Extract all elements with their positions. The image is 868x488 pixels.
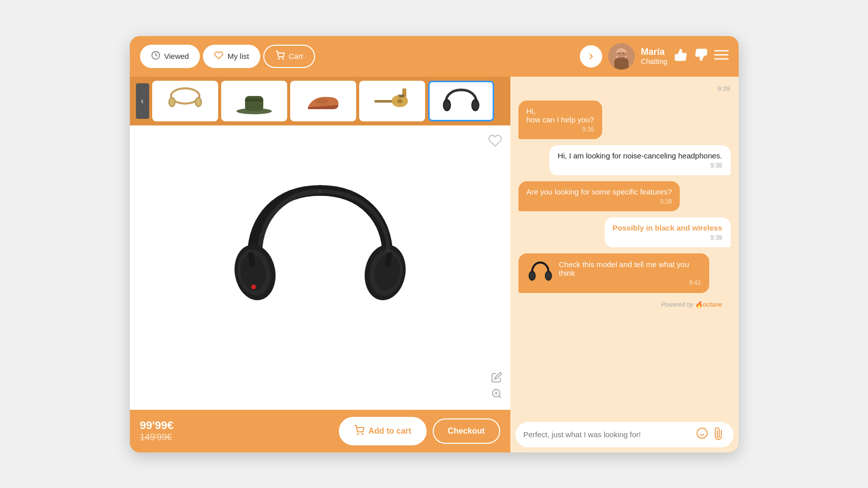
bottom-bar: 99'99€ 149'99€ Add to cart Checkout	[130, 410, 510, 452]
svg-point-53	[546, 272, 551, 279]
cart-icon	[275, 51, 285, 62]
forward-button[interactable]	[580, 45, 602, 68]
product-view	[130, 125, 510, 410]
chat-messages: 9:38 Hi,how can I help you? 9:38 Hi, I a…	[510, 77, 739, 417]
price-current: 99'99€	[140, 419, 333, 432]
message-2-time: 9:38	[558, 162, 722, 169]
thumbnail-prev-button[interactable]: ‹	[136, 83, 149, 119]
chat-panel: 9:38 Hi,how can I help you? 9:38 Hi, I a…	[510, 77, 739, 452]
svg-point-33	[444, 101, 450, 110]
attach-button[interactable]	[709, 425, 728, 444]
svg-point-11	[616, 52, 627, 57]
product-image	[224, 171, 416, 364]
svg-point-52	[530, 272, 535, 279]
tab-viewed[interactable]: Viewed	[140, 45, 200, 68]
svg-rect-10	[614, 61, 629, 70]
agent-status: Chatting	[641, 57, 667, 66]
checkout-label: Checkout	[448, 427, 485, 435]
tab-mylist[interactable]: My list	[203, 45, 260, 68]
message-5-text: Check this model and tell me what you th…	[559, 260, 689, 277]
edit-button[interactable]	[491, 372, 502, 385]
header: Viewed My list Cart	[130, 36, 739, 77]
svg-point-54	[697, 428, 707, 438]
main-content: ‹	[130, 77, 739, 452]
thumbnail-shoe[interactable]	[290, 81, 356, 121]
header-right: María Chatting	[580, 43, 728, 70]
svg-point-38	[251, 284, 256, 289]
svg-point-34	[472, 101, 478, 110]
svg-point-23	[316, 99, 328, 104]
message-5-text-block: Check this model and tell me what you th…	[559, 260, 701, 286]
thumbnails-list	[152, 81, 504, 121]
left-panel: ‹	[130, 77, 510, 452]
thumbnail-gold-headphones[interactable]	[152, 81, 218, 121]
svg-point-2	[283, 58, 284, 59]
chat-input-area	[515, 422, 734, 447]
svg-point-49	[362, 433, 363, 434]
message-1: Hi,how can I help you? 9:38	[518, 101, 602, 139]
message-5-product-image	[527, 259, 554, 287]
message-3: Are you looking for some specific featur…	[518, 181, 680, 211]
chat-input[interactable]	[524, 430, 691, 439]
clock-icon	[151, 51, 160, 62]
powered-by: Powered by 🔥octane	[518, 299, 731, 310]
thumbnail-black-headphones[interactable]	[428, 81, 494, 121]
agent-name: María	[641, 47, 667, 57]
checkout-button[interactable]: Checkout	[433, 418, 500, 444]
agent-info: María Chatting	[641, 47, 667, 66]
app-container: Viewed My list Cart	[130, 36, 739, 452]
chat-timestamp-top: 9:38	[518, 85, 731, 92]
thumbdown-button[interactable]	[694, 48, 708, 65]
message-4-time: 9:39	[613, 234, 722, 241]
message-3-text: Are you looking for some specific featur…	[527, 187, 672, 196]
thumbnails-bar: ‹	[130, 77, 510, 125]
zoom-button[interactable]	[491, 388, 502, 402]
agent-avatar	[608, 43, 635, 70]
menu-button[interactable]	[714, 49, 728, 63]
svg-rect-22	[245, 99, 263, 102]
thumbnail-guitar[interactable]	[359, 81, 425, 121]
svg-rect-21	[245, 96, 263, 111]
message-5-content: Check this model and tell me what you th…	[527, 259, 701, 287]
message-5: Check this model and tell me what you th…	[518, 253, 709, 293]
thumbup-button[interactable]	[674, 48, 688, 65]
message-4: Possibly in black and wireless 9:39	[605, 217, 731, 247]
message-3-time: 9:39	[527, 198, 672, 205]
svg-point-18	[169, 98, 175, 106]
svg-point-26	[397, 99, 402, 103]
message-1-text: Hi,how can I help you?	[527, 107, 594, 124]
message-1-time: 9:38	[527, 126, 594, 133]
heart-icon	[214, 51, 223, 62]
message-2: Hi, I am looking for noise-canceling hea…	[549, 145, 730, 175]
add-to-cart-label: Add to cart	[368, 427, 411, 436]
tab-cart[interactable]: Cart	[263, 45, 315, 68]
svg-point-19	[196, 98, 201, 106]
cart-icon-btn	[354, 425, 364, 437]
message-4-text: Possibly in black and wireless	[613, 223, 722, 232]
wishlist-button[interactable]	[488, 134, 502, 151]
nav-tabs: Viewed My list Cart	[140, 45, 575, 68]
message-5-time: 9:41	[559, 279, 701, 286]
message-2-text: Hi, I am looking for noise-canceling hea…	[558, 151, 722, 160]
price-block: 99'99€ 149'99€	[140, 419, 333, 443]
price-old: 149'99€	[140, 432, 333, 443]
svg-line-45	[499, 396, 501, 398]
emoji-button[interactable]	[696, 427, 708, 442]
octane-logo: 🔥octane	[695, 301, 722, 308]
svg-point-48	[358, 433, 359, 434]
thumbnail-hat[interactable]	[221, 81, 287, 121]
svg-point-1	[279, 58, 280, 59]
add-to-cart-button[interactable]: Add to cart	[339, 417, 426, 445]
